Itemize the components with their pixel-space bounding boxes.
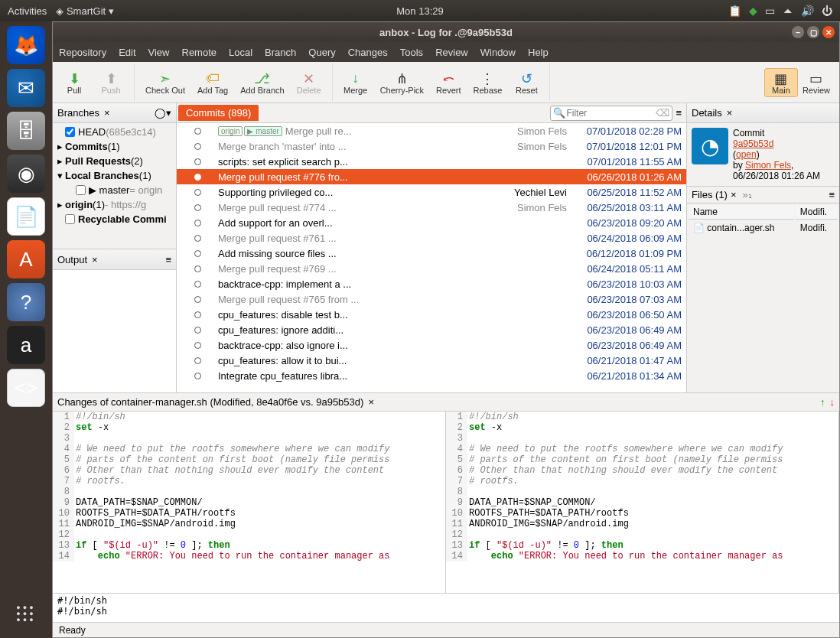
commit-hash-link[interactable]: 9a95b53d bbox=[733, 138, 773, 149]
close-icon[interactable]: × bbox=[727, 107, 733, 119]
commit-row[interactable]: backtrace-cpp: also ignore i...06/23/201… bbox=[177, 337, 686, 353]
activities-button[interactable]: Activities bbox=[8, 5, 47, 17]
tree-item[interactable]: ▸origin (1) - https://g bbox=[54, 197, 174, 212]
volume-icon[interactable]: 🔊 bbox=[801, 5, 814, 17]
commit-row[interactable]: Add support for an overl...06/23/2018 09… bbox=[177, 215, 686, 230]
hamburger-icon[interactable]: ≡ bbox=[676, 107, 682, 119]
checkout-button[interactable]: ➣Check Out bbox=[141, 69, 190, 96]
rebase-button[interactable]: ⋮Rebase bbox=[468, 69, 506, 96]
tree-item[interactable]: ▶ master = origin bbox=[54, 183, 174, 197]
commit-row[interactable]: Supporting privileged co...Yechiel Levi0… bbox=[177, 184, 686, 200]
titlebar[interactable]: anbox - Log for .@9a95b53d – ▢ ✕ bbox=[53, 22, 839, 42]
diff-right[interactable]: 1#!/bin/sh2set -x34# We need to put the … bbox=[446, 412, 839, 593]
files-icon[interactable]: 🗄 bbox=[7, 112, 45, 150]
addbranch-button[interactable]: ⎇Add Branch bbox=[236, 69, 288, 96]
dropdown-icon[interactable]: ▾ bbox=[166, 107, 171, 119]
rhythmbox-icon[interactable]: ◉ bbox=[7, 155, 45, 193]
menu-review[interactable]: Review bbox=[435, 47, 468, 58]
tree-item[interactable]: HEAD (685e3c14) bbox=[54, 125, 174, 139]
menu-changes[interactable]: Changes bbox=[348, 47, 388, 58]
menu-edit[interactable]: Edit bbox=[119, 47, 135, 58]
hamburger-icon[interactable]: ≡ bbox=[165, 254, 171, 265]
displays-icon[interactable]: ▭ bbox=[765, 5, 775, 17]
commit-row[interactable]: cpu_features: disable test b...06/23/201… bbox=[177, 307, 686, 322]
github-icon[interactable]: ◯ bbox=[155, 107, 166, 119]
cherrypick-button[interactable]: ⋔Cherry-Pick bbox=[376, 69, 428, 96]
tree-item[interactable]: ▾Local Branches (1) bbox=[54, 168, 174, 183]
delete-button[interactable]: ✕Delete bbox=[292, 69, 326, 96]
maximize-button[interactable]: ▢ bbox=[807, 26, 819, 38]
software-center-icon[interactable]: A bbox=[7, 240, 45, 278]
review-view-button[interactable]: ▭Review bbox=[798, 68, 835, 97]
main-view-button[interactable]: ▦Main bbox=[764, 68, 798, 97]
menu-remote[interactable]: Remote bbox=[182, 47, 217, 58]
help-icon[interactable]: ? bbox=[7, 283, 45, 321]
commit-row[interactable]: Merge pull request #765 from ...06/23/20… bbox=[177, 291, 686, 307]
merge-button[interactable]: ↓Merge bbox=[339, 69, 373, 96]
keyboard-icon[interactable]: 📋 bbox=[728, 5, 741, 17]
col-modified[interactable]: Modifi. bbox=[796, 205, 838, 220]
prev-diff-icon[interactable]: ↑ bbox=[820, 396, 825, 408]
firefox-icon[interactable]: 🦊 bbox=[7, 26, 45, 64]
menu-branch[interactable]: Branch bbox=[265, 47, 296, 58]
pull-button[interactable]: ⬇Pull bbox=[57, 69, 91, 96]
commit-row[interactable]: Merge branch 'master' into ...Simon Fels… bbox=[177, 138, 686, 154]
files-tab[interactable]: Files (1) bbox=[692, 189, 728, 200]
tree-item[interactable]: Recyclable Commi bbox=[54, 212, 174, 226]
libreoffice-writer-icon[interactable]: 📄 bbox=[7, 197, 45, 236]
menu-view[interactable]: View bbox=[148, 47, 170, 58]
close-icon[interactable]: × bbox=[731, 189, 737, 200]
author-link[interactable]: Simon Fels bbox=[745, 160, 791, 171]
filter-input[interactable] bbox=[550, 106, 672, 121]
app-indicator[interactable]: ◈ SmartGit ▾ bbox=[56, 5, 114, 17]
menu-local[interactable]: Local bbox=[229, 47, 252, 58]
details-header[interactable]: Details× bbox=[687, 103, 839, 123]
diff-tab[interactable]: Changes of container-manager.sh (Modifie… bbox=[57, 396, 363, 408]
commit-row[interactable]: Merge pull request #769 ...06/24/2018 05… bbox=[177, 261, 686, 276]
menu-window[interactable]: Window bbox=[480, 47, 516, 58]
branches-tree[interactable]: HEAD (685e3c14)▸Commits (1)▸Pull Request… bbox=[53, 123, 176, 249]
amazon-icon[interactable]: a bbox=[7, 326, 45, 364]
commits-tab[interactable]: Commits (898) bbox=[178, 105, 259, 121]
commit-row[interactable]: backtrace-cpp: implement a ...06/23/2018… bbox=[177, 276, 686, 291]
thunderbird-icon[interactable]: ✉ bbox=[7, 69, 45, 107]
smartgit-icon[interactable]: <> bbox=[7, 369, 45, 407]
close-icon[interactable]: × bbox=[368, 396, 374, 408]
close-icon[interactable]: × bbox=[104, 107, 110, 119]
branches-header[interactable]: Branches× ◯ ▾ bbox=[53, 103, 176, 123]
tree-item[interactable]: ▸Commits (1) bbox=[54, 139, 174, 154]
hamburger-icon[interactable]: ≡ bbox=[829, 189, 835, 200]
push-button[interactable]: ⬆Push bbox=[94, 69, 128, 96]
minimize-button[interactable]: – bbox=[792, 26, 804, 38]
commit-row[interactable]: Merge pull request #761 ...06/24/2018 06… bbox=[177, 230, 686, 246]
menu-help[interactable]: Help bbox=[528, 47, 549, 58]
file-row[interactable]: 📄 contain...ager.shModifi. bbox=[689, 221, 838, 235]
next-diff-icon[interactable]: ↓ bbox=[830, 396, 835, 408]
commit-row[interactable]: cpu_features: ignore additi...06/23/2018… bbox=[177, 322, 686, 337]
open-link[interactable]: open bbox=[736, 149, 757, 160]
commit-row[interactable]: Add missing source files ...06/12/2018 0… bbox=[177, 246, 686, 261]
commit-row[interactable]: Integrate cpu_features libra...06/21/201… bbox=[177, 368, 686, 383]
close-icon[interactable]: × bbox=[92, 254, 98, 265]
clear-icon[interactable]: ⌫ bbox=[656, 107, 669, 119]
revert-button[interactable]: ⤺Revert bbox=[431, 69, 465, 96]
excluded-icon[interactable]: »₁ bbox=[743, 189, 752, 200]
addtag-button[interactable]: 🏷Add Tag bbox=[193, 69, 233, 96]
network-icon[interactable]: ⏶ bbox=[783, 5, 793, 17]
shield-icon[interactable]: ◆ bbox=[749, 5, 757, 17]
commit-row[interactable]: Merge pull request #776 fro...06/26/2018… bbox=[177, 169, 686, 184]
menu-repository[interactable]: Repository bbox=[59, 47, 106, 58]
clock[interactable]: Mon 13:29 bbox=[396, 5, 443, 17]
power-icon[interactable]: ⏻ bbox=[822, 5, 832, 17]
tree-item[interactable]: ▸Pull Requests (2) bbox=[54, 154, 174, 168]
commit-row[interactable]: Merge pull request #774 ...Simon Fels06/… bbox=[177, 200, 686, 215]
menu-query[interactable]: Query bbox=[308, 47, 335, 58]
close-button[interactable]: ✕ bbox=[822, 26, 835, 38]
menu-tools[interactable]: Tools bbox=[400, 47, 423, 58]
commit-list[interactable]: origin▶ masterMerge pull re...Simon Fels… bbox=[177, 123, 686, 392]
show-apps-icon[interactable]: ●●●●●●●●● bbox=[16, 604, 35, 623]
commit-row[interactable]: scripts: set explicit search p...07/01/2… bbox=[177, 154, 686, 169]
commit-row[interactable]: cpu_features: allow it to bui...06/21/20… bbox=[177, 353, 686, 368]
col-name[interactable]: Name bbox=[689, 205, 794, 220]
commit-row[interactable]: origin▶ masterMerge pull re...Simon Fels… bbox=[177, 123, 686, 138]
